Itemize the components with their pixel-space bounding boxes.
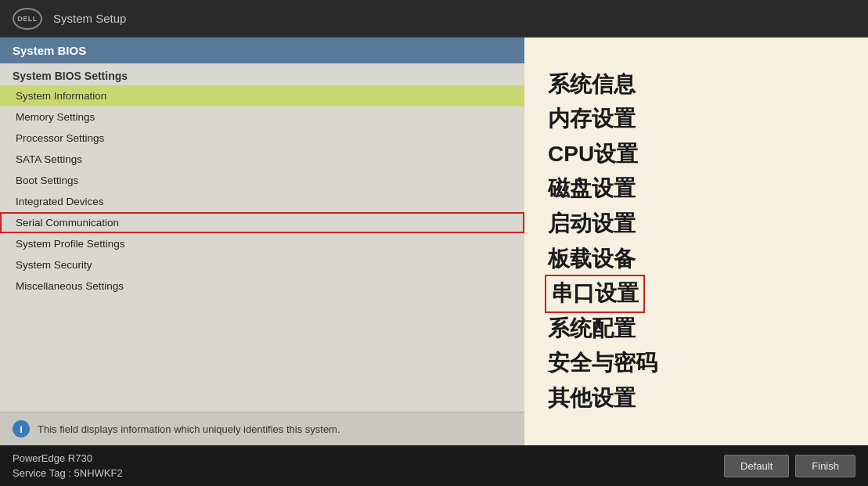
menu-list: System InformationMemory SettingsProcess… [0, 85, 524, 412]
info-icon: i [13, 420, 30, 437]
annotation-item-8: 安全与密码 [548, 347, 657, 380]
menu-item-4[interactable]: Boot Settings [0, 170, 524, 191]
annotation-item-3: 磁盘设置 [548, 173, 636, 205]
finish-button[interactable]: Finish [795, 455, 855, 477]
menu-item-2[interactable]: Processor Settings [0, 128, 524, 149]
menu-item-8[interactable]: System Security [0, 254, 524, 275]
bottom-buttons: Default Finish [724, 455, 855, 477]
annotation-item-4: 启动设置 [548, 208, 636, 240]
bottom-bar: PowerEdge R730 Service Tag : 5NHWKF2 Def… [0, 445, 868, 486]
annotation-panel: 系统信息内存设置CPU设置磁盘设置启动设置板载设备串口设置系统配置安全与密码其他… [524, 38, 868, 445]
menu-item-7[interactable]: System Profile Settings [0, 233, 524, 254]
bios-subheader: System BIOS Settings [0, 63, 524, 85]
menu-item-3[interactable]: SATA Settings [0, 149, 524, 170]
top-bar: DELL System Setup [0, 0, 868, 38]
menu-item-9[interactable]: Miscellaneous Settings [0, 275, 524, 297]
service-tag: Service Tag : 5NHWKF2 [13, 466, 123, 481]
default-button[interactable]: Default [724, 455, 789, 477]
bios-header: System BIOS [0, 38, 524, 63]
dell-logo: DELL [13, 8, 42, 30]
system-info: PowerEdge R730 Service Tag : 5NHWKF2 [13, 451, 123, 481]
menu-item-5[interactable]: Integrated Devices [0, 191, 524, 212]
annotation-item-7: 系统配置 [548, 313, 636, 345]
annotation-item-9: 其他设置 [548, 383, 636, 415]
info-text: This field displays information which un… [38, 423, 340, 435]
annotation-item-6: 串口设置 [548, 278, 642, 310]
top-bar-title: System Setup [53, 12, 126, 25]
menu-item-6[interactable]: Serial Communication [0, 212, 524, 233]
annotation-item-5: 板载设备 [548, 243, 636, 275]
annotation-item-1: 内存设置 [548, 103, 636, 135]
main-area: System BIOS System BIOS Settings System … [0, 38, 868, 445]
menu-item-0[interactable]: System Information [0, 85, 524, 106]
system-model: PowerEdge R730 [13, 451, 123, 466]
menu-item-1[interactable]: Memory Settings [0, 106, 524, 128]
annotation-item-2: CPU设置 [548, 139, 638, 171]
bios-panel: System BIOS System BIOS Settings System … [0, 38, 524, 445]
annotation-item-0: 系统信息 [548, 69, 636, 101]
info-bar: i This field displays information which … [0, 412, 524, 445]
